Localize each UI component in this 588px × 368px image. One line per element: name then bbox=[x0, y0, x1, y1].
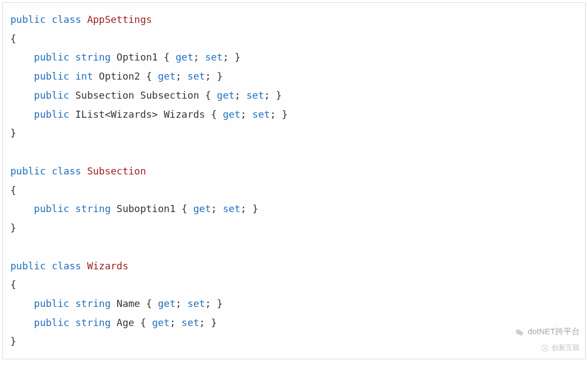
code-token: ; } bbox=[223, 51, 241, 63]
code-token: Name { bbox=[111, 298, 158, 309]
code-token: ; } bbox=[205, 298, 223, 309]
code-token: ; } bbox=[264, 89, 282, 101]
code-token: get bbox=[158, 298, 176, 309]
code-block: public class AppSettings { public string… bbox=[2, 2, 586, 359]
code-token: get bbox=[152, 317, 170, 328]
code-token: } bbox=[10, 127, 16, 138]
code-token: public bbox=[34, 51, 69, 63]
code-token bbox=[81, 260, 87, 272]
code-token: public bbox=[10, 260, 46, 272]
code-token: string bbox=[75, 51, 111, 63]
code-token: public bbox=[34, 108, 69, 120]
code-token: string bbox=[75, 298, 111, 309]
code-token bbox=[81, 165, 87, 177]
code-token bbox=[10, 298, 34, 309]
code-token bbox=[69, 298, 75, 309]
code-token: public bbox=[10, 14, 46, 25]
code-token bbox=[69, 203, 75, 214]
code-token: { bbox=[10, 279, 16, 290]
code-token: Suboption1 { bbox=[111, 203, 193, 214]
code-token: ; bbox=[170, 317, 182, 328]
code-token: int bbox=[75, 70, 93, 82]
code-token: Subsection bbox=[87, 165, 146, 177]
code-token: get bbox=[158, 70, 176, 82]
code-token: string bbox=[75, 317, 111, 328]
code-token bbox=[46, 165, 52, 177]
code-token: public bbox=[34, 317, 69, 328]
code-token bbox=[46, 14, 52, 25]
code-token: set bbox=[187, 298, 205, 309]
code-token: set bbox=[205, 51, 223, 63]
code-token bbox=[10, 70, 34, 82]
code-token: ; bbox=[241, 108, 253, 120]
code-token: AppSettings bbox=[87, 14, 152, 25]
code-token: ; bbox=[211, 203, 223, 214]
code-token: get bbox=[217, 89, 235, 101]
code-token bbox=[69, 317, 75, 328]
code-token: get bbox=[223, 108, 241, 120]
code-token: public bbox=[34, 70, 69, 82]
code-token: set bbox=[247, 89, 265, 101]
code-token: set bbox=[223, 203, 241, 214]
code-token: ; } bbox=[199, 317, 217, 328]
code-token: Option1 { bbox=[111, 51, 175, 63]
code-token: { bbox=[10, 33, 16, 44]
code-token bbox=[81, 14, 87, 25]
code-token: IList<Wizards> Wizards { bbox=[69, 108, 223, 120]
code-token bbox=[46, 260, 52, 272]
code-token bbox=[10, 51, 34, 63]
code-token: Wizards bbox=[87, 260, 128, 272]
code-token: class bbox=[52, 165, 81, 177]
code-token: public bbox=[34, 89, 69, 101]
code-token: public bbox=[10, 165, 46, 177]
code-token bbox=[10, 89, 34, 101]
code-token: public bbox=[34, 298, 69, 309]
code-content: public class AppSettings { public string… bbox=[10, 10, 578, 351]
code-token: set bbox=[181, 317, 199, 328]
code-token bbox=[10, 203, 34, 214]
code-token: ; } bbox=[241, 203, 259, 214]
code-token: } bbox=[10, 222, 16, 233]
code-token: ; bbox=[193, 51, 205, 63]
code-token: Subsection Subsection { bbox=[69, 89, 217, 101]
code-token: class bbox=[52, 260, 81, 272]
code-token: Age { bbox=[111, 317, 152, 328]
code-token: ; } bbox=[270, 108, 288, 120]
code-token bbox=[69, 51, 75, 63]
code-token: set bbox=[187, 70, 205, 82]
code-token: get bbox=[193, 203, 211, 214]
code-token: get bbox=[175, 51, 193, 63]
code-token: ; bbox=[235, 89, 247, 101]
code-token: ; } bbox=[205, 70, 223, 82]
code-token: set bbox=[252, 108, 270, 120]
code-token bbox=[10, 108, 34, 120]
code-token: class bbox=[52, 14, 81, 25]
code-token: public bbox=[34, 203, 69, 214]
code-token bbox=[69, 70, 75, 82]
code-token: ; bbox=[175, 298, 187, 309]
code-token: ; bbox=[175, 70, 187, 82]
code-token: Option2 { bbox=[93, 70, 158, 82]
code-token: string bbox=[75, 203, 111, 214]
code-token: { bbox=[10, 184, 16, 196]
code-token: } bbox=[10, 335, 16, 347]
code-token bbox=[10, 317, 34, 328]
